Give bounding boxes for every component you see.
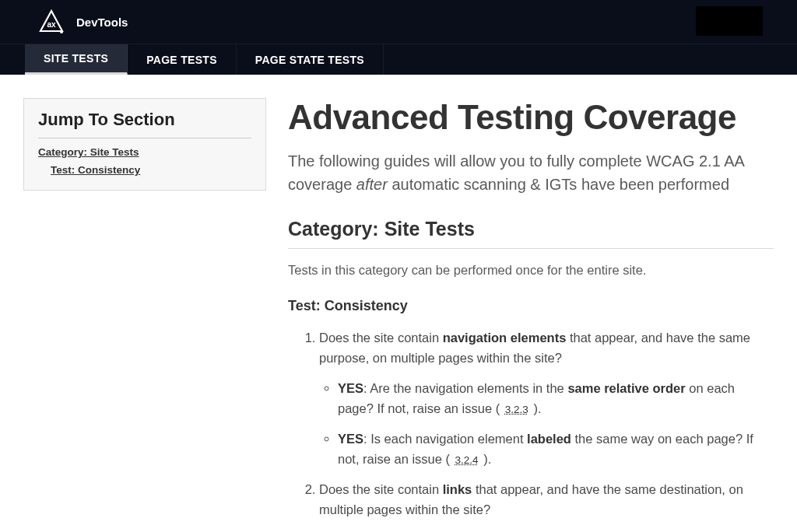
header-menu-icon[interactable] (767, 10, 789, 32)
main-content: Advanced Testing Coverage The following … (288, 98, 774, 532)
test-questions: Does the site contain navigation element… (288, 328, 774, 532)
content-layout: Jump To Section Category: Site Tests Tes… (0, 75, 797, 532)
q1a2-tail: ). (480, 452, 492, 466)
tab-site-tests[interactable]: SITE TESTS (25, 44, 128, 75)
tab-page-tests[interactable]: PAGE TESTS (128, 44, 237, 75)
rule-ref-323[interactable]: 3.2.3 (504, 404, 530, 415)
q2-pre: Does the site contain (319, 482, 443, 496)
app-header: ax DevTools (0, 0, 797, 44)
sidebar: Jump To Section Category: Site Tests Tes… (23, 98, 266, 532)
intro-em: after (356, 176, 388, 193)
q2-bold: links (443, 482, 472, 496)
q1a2-bold: labeled (527, 432, 571, 446)
q1-a1: YES: Are the navigation elements in the … (338, 379, 774, 418)
test-heading: Test: Consistency (288, 298, 774, 314)
q1-bold: navigation elements (443, 331, 567, 345)
question-2: Does the site contain links that appear,… (319, 480, 774, 532)
logo[interactable]: ax DevTools (37, 8, 128, 36)
q1a2-yes: YES (338, 432, 363, 446)
category-heading: Category: Site Tests (288, 218, 774, 249)
brand-name: DevTools (76, 16, 128, 29)
svg-text:ax: ax (47, 20, 56, 29)
q1a2-pre: : Is each navigation element (363, 432, 527, 446)
intro-post: automatic scanning & IGTs have been perf… (388, 176, 729, 193)
question-1: Does the site contain navigation element… (319, 328, 774, 469)
axe-logo-icon: ax (37, 8, 65, 36)
rule-ref-324-a[interactable]: 3.2.4 (454, 454, 480, 466)
svg-point-1 (60, 30, 63, 33)
category-desc: Tests in this category can be performed … (288, 263, 774, 278)
tab-page-state-tests[interactable]: PAGE STATE TESTS (237, 44, 384, 75)
q1-pre: Does the site contain (319, 331, 443, 345)
q1a1-yes: YES (338, 381, 363, 395)
jump-link-category[interactable]: Category: Site Tests (38, 146, 251, 158)
page-title: Advanced Testing Coverage (288, 98, 774, 137)
main-tabs: SITE TESTS PAGE TESTS PAGE STATE TESTS (0, 44, 797, 75)
header-widget[interactable] (696, 6, 763, 36)
jump-to-section: Jump To Section Category: Site Tests Tes… (23, 98, 266, 191)
q1-answers: YES: Are the navigation elements in the … (319, 379, 774, 469)
q1a1-pre: : Are the navigation elements in the (363, 381, 567, 395)
q1a1-bold: same relative order (567, 381, 685, 395)
intro-text: The following guides will allow you to f… (288, 149, 774, 196)
jump-title: Jump To Section (38, 110, 251, 138)
q1a1-tail: ). (530, 401, 542, 415)
jump-link-test[interactable]: Test: Consistency (51, 164, 251, 176)
header-actions (696, 6, 789, 36)
q1-a2: YES: Is each navigation element labeled … (338, 429, 774, 469)
